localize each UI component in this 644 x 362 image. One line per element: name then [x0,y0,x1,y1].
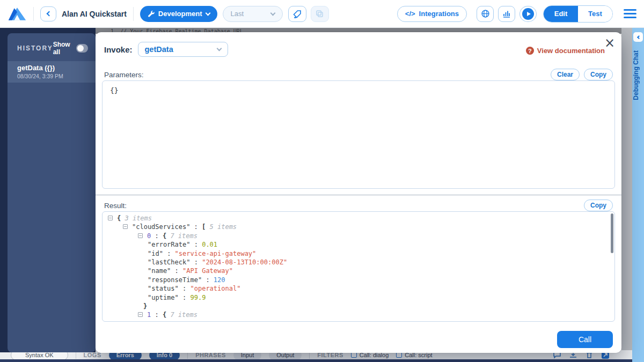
version-dropdown[interactable]: Last [223,6,283,22]
hamburger-icon [624,9,636,11]
chevron-left-icon [636,35,640,39]
result-viewer[interactable]: { 3 items"cloudServices" : [ 5 items0 : … [102,211,615,322]
tab-edit[interactable]: Edit [544,6,578,22]
divider [33,7,34,21]
json-tree-line: "responseTime" : 120 [103,276,614,284]
app-root: 1 // Your Firebase Realtime Database URL… [0,0,644,362]
json-tree-line: 1 : { 7 items [103,311,614,319]
json-tree-line: "lastCheck" : "2024-08-13T10:00:00Z" [103,258,614,267]
section-divider [96,194,621,196]
result-row: Result: Copy [104,200,613,211]
integrations-label: Integrations [419,10,459,18]
duplicate-button[interactable] [311,6,329,22]
analytics-button[interactable] [498,6,515,22]
locale-button[interactable] [477,6,494,22]
code-icon: </> [405,10,415,18]
view-documentation-link[interactable]: ? View documentation [526,47,605,55]
result-tree: { 3 items"cloudServices" : [ 5 items0 : … [103,214,614,322]
toggle-knob [77,45,84,51]
top-bar: Alan AI Quickstart Development Last </> … [0,0,644,28]
chevron-left-icon [46,11,52,17]
dimmed-backdrop [621,28,632,362]
chevron-down-icon [216,46,222,51]
invoke-select[interactable]: getData [138,42,228,57]
history-title: HISTORY [17,45,53,52]
collapse-icon[interactable] [108,216,113,220]
json-tree-line: "errorRate" : 0.01 [103,240,614,249]
json-tree-line: "uptime" : 99.9 [103,293,614,302]
invoke-row: Invoke: getData [104,42,228,57]
collapse-icon[interactable] [123,224,128,229]
scrollbar-thumb[interactable] [611,213,613,253]
history-sidebar: HISTORY Show all getData ({})08/30/24, 3… [0,28,96,352]
back-button[interactable] [40,6,56,21]
result-copy-button[interactable]: Copy [584,200,613,211]
parameters-row: Parameters: Clear Copy [104,69,613,80]
integrations-button[interactable]: </> Integrations [397,6,467,22]
view-documentation-label: View documentation [537,47,605,55]
invoke-label: Invoke: [104,45,133,54]
json-tree-line: } [103,302,614,311]
copy-icon [316,10,324,18]
open-debug-chat-button[interactable] [633,32,643,42]
history-list: getData ({})08/30/24, 3:39 PM [8,61,96,83]
tag-icon [293,10,302,18]
collapse-icon[interactable] [138,233,143,238]
globe-icon [481,9,490,18]
project-title: Alan AI Quickstart [62,10,127,18]
history-item[interactable]: getData ({})08/30/24, 3:39 PM [8,61,96,83]
result-label: Result: [104,202,580,210]
chevron-down-icon [205,10,210,16]
json-tree-line: 0 : { 7 items [103,232,614,240]
json-tree-line: "status" : "operational" [103,284,614,293]
invoke-modal: × Invoke: getData ? View documentation P… [96,32,621,353]
bottom-dark-strip [0,359,632,362]
play-icon [522,8,534,20]
show-all-label: Show all [53,41,72,56]
parameters-label: Parameters: [104,71,546,79]
wrench-icon [148,10,155,17]
json-tree-line: { 3 items [103,214,614,223]
tab-test[interactable]: Test [578,6,612,22]
version-label: Last [231,10,244,18]
alan-logo-icon[interactable] [8,6,27,21]
collapse-icon[interactable] [138,312,143,317]
run-button[interactable] [519,6,537,22]
add-tag-button[interactable] [288,6,306,22]
close-icon[interactable]: × [604,36,615,49]
divider [133,7,134,21]
environment-dropdown[interactable]: Development [140,6,217,22]
clear-button[interactable]: Clear [551,69,580,80]
call-button[interactable]: Call [557,331,613,348]
bar-chart-icon [502,10,511,18]
parameters-editor[interactable]: {} [102,80,615,189]
debugging-chat-label: Debugging Chat [632,50,644,100]
environment-label: Development [158,10,202,18]
history-panel: HISTORY Show all getData ({})08/30/24, 3… [8,33,96,352]
json-tree-line: "errorRate" : 0.02 [103,320,614,322]
parameters-copy-button[interactable]: Copy [584,69,613,80]
debugging-chat-strip: Debugging Chat [632,28,644,362]
help-icon: ? [526,47,534,55]
json-tree-line: "name" : "API Gateway" [103,267,614,275]
history-item-timestamp: 08/30/24, 3:39 PM [17,73,86,79]
json-tree-line: "id" : "service-api-gateway" [103,249,614,258]
history-item-label: getData ({}) [17,64,86,72]
show-all-toggle[interactable] [76,44,88,53]
mode-switch: Edit Test [543,5,613,23]
chevron-down-icon [270,10,275,16]
menu-button[interactable] [624,9,636,18]
history-header: HISTORY Show all [8,33,96,61]
json-tree-line: "cloudServices" : [ 5 items [103,223,614,231]
invoke-value: getData [145,45,173,54]
